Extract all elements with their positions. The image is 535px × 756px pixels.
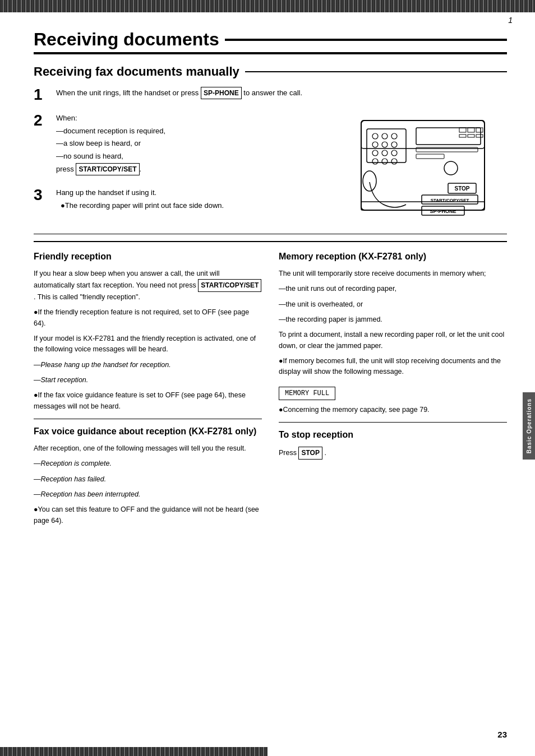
memory-reception-bullet: ●If memory becomes full, the unit will s… xyxy=(279,356,507,378)
svg-rect-15 xyxy=(416,128,481,145)
fax-illustration: STOP START/COPY/SET SP-PHONE xyxy=(339,87,507,227)
step-3-number: 3 xyxy=(34,187,49,203)
svg-rect-20 xyxy=(468,134,474,137)
bottom-columns: Friendly reception If you hear a slow be… xyxy=(34,241,507,531)
friendly-reception-dash1: —Please hang up the handset for receptio… xyxy=(34,360,262,370)
top-decorative-bar xyxy=(0,0,535,12)
step-3-content: Hang up the handset if using it. ●The re… xyxy=(56,187,328,212)
svg-point-3 xyxy=(372,133,378,139)
step-1-text2: to answer the call. xyxy=(243,89,302,97)
friendly-reception-title: Friendly reception xyxy=(34,251,262,263)
svg-point-6 xyxy=(372,142,378,147)
stop-reception-text: Press STOP . xyxy=(279,447,507,460)
memory-reception-dash2: —the unit is overheated, or xyxy=(279,299,507,310)
step-3-bullet: ●The recording paper will print out face… xyxy=(61,200,328,211)
step-1-content: When the unit rings, lift the handset or… xyxy=(56,87,328,99)
step-2-content: When: —document reception is required, —… xyxy=(56,113,328,177)
fax-voice-dash1: —Reception is complete. xyxy=(34,458,262,469)
svg-text:SP-PHONE: SP-PHONE xyxy=(430,208,456,214)
friendly-reception-bullet1: ●If the friendly reception feature is no… xyxy=(34,307,262,329)
memory-reception-dash1: —the unit runs out of recording paper, xyxy=(279,284,507,294)
main-content: Receiving documents Receiving fax docume… xyxy=(0,12,535,548)
side-tab: Basic Operations xyxy=(523,392,535,460)
svg-point-7 xyxy=(382,142,388,147)
svg-text:START/COPY/SET: START/COPY/SET xyxy=(431,198,469,203)
step-2: 2 When: —document reception is required,… xyxy=(34,113,328,177)
memory-reception-note: ●Concerning the memory capacity, see pag… xyxy=(279,405,507,415)
memory-reception-body1: The unit will temporarily store receive … xyxy=(279,268,507,279)
svg-rect-19 xyxy=(459,134,466,137)
svg-point-24 xyxy=(444,161,458,175)
step-3-text: Hang up the handset if using it. xyxy=(56,187,328,198)
step-2-line1: —document reception is required, xyxy=(56,126,328,137)
step-3: 3 Hang up the handset if using it. ●The … xyxy=(34,187,328,212)
steps-section: 1 When the unit rings, lift the handset … xyxy=(34,87,507,227)
key-start-copy-set-step2: START/COPY/SET xyxy=(76,163,139,175)
step-2-when: When: xyxy=(56,113,328,124)
steps-left: 1 When the unit rings, lift the handset … xyxy=(34,87,328,227)
step-1-text: When the unit rings, lift the handset or… xyxy=(56,89,199,97)
svg-rect-18 xyxy=(476,128,483,132)
fax-voice-body: After reception, one of the following me… xyxy=(34,443,262,454)
svg-rect-22 xyxy=(416,147,478,152)
step-2-press: press START/COPY/SET. xyxy=(56,163,328,175)
divider-left xyxy=(34,419,262,419)
fax-voice-dash3: —Reception has been interrupted. xyxy=(34,489,262,500)
svg-rect-23 xyxy=(416,154,444,159)
page-number-bottom: 23 xyxy=(497,730,507,739)
svg-rect-16 xyxy=(459,128,466,132)
fax-voice-bullet: ●You can set this feature to OFF and the… xyxy=(34,504,262,526)
svg-point-25 xyxy=(363,171,376,191)
svg-rect-17 xyxy=(468,128,474,132)
memory-reception-body2: To print a document, install a new recor… xyxy=(279,330,507,351)
memory-full-box: MEMORY FULL xyxy=(279,382,507,405)
divider-main xyxy=(34,234,507,234)
side-tab-label: Basic Operations xyxy=(526,398,532,453)
svg-point-8 xyxy=(391,142,397,147)
svg-rect-0 xyxy=(361,120,485,210)
fax-voice-title: Fax voice guidance about reception (KX-F… xyxy=(34,426,262,438)
page-title: Receiving documents xyxy=(34,29,507,54)
memory-reception-dash3: —the recording paper is jammed. xyxy=(279,314,507,325)
friendly-reception-dash2: —Start reception. xyxy=(34,375,262,386)
step-1: 1 When the unit rings, lift the handset … xyxy=(34,87,328,103)
svg-point-13 xyxy=(382,159,388,164)
page-container: 1 Basic Operations Receiving documents R… xyxy=(0,0,535,756)
svg-rect-21 xyxy=(476,134,483,137)
svg-point-12 xyxy=(372,159,378,164)
svg-text:STOP: STOP xyxy=(454,185,469,192)
step-2-line3: —no sound is heard, xyxy=(56,151,328,162)
page-number-top: 1 xyxy=(508,16,513,25)
svg-point-5 xyxy=(391,133,397,139)
key-stop: STOP xyxy=(298,447,322,460)
section-manual-title: Receiving fax documents manually xyxy=(34,64,507,79)
step-2-number: 2 xyxy=(34,113,49,128)
friendly-reception-bullet2: ●If the fax voice guidance feature is se… xyxy=(34,390,262,412)
step-2-line2: —a slow beep is heard, or xyxy=(56,138,328,149)
fax-voice-dash2: —Reception has failed. xyxy=(34,474,262,485)
bottom-decorative-bar xyxy=(0,747,268,756)
svg-point-10 xyxy=(382,150,388,156)
col-left: Friendly reception If you hear a slow be… xyxy=(34,251,262,531)
key-start-copy-set-friendly: START/COPY/SET xyxy=(198,279,261,292)
memory-reception-title: Memory reception (KX-F2781 only) xyxy=(279,251,507,263)
divider-right xyxy=(279,422,507,423)
svg-point-9 xyxy=(372,150,378,156)
col-right: Memory reception (KX-F2781 only) The uni… xyxy=(279,251,507,531)
svg-point-4 xyxy=(382,133,388,139)
key-sp-phone-step1: SP-PHONE xyxy=(201,87,242,99)
svg-point-14 xyxy=(391,159,397,164)
stop-reception-title: To stop reception xyxy=(279,429,507,441)
step-1-number: 1 xyxy=(34,87,49,103)
friendly-reception-body2: If your model is KX-F2781 and the friend… xyxy=(34,333,262,355)
memory-full-label: MEMORY FULL xyxy=(279,387,335,400)
svg-point-11 xyxy=(391,150,397,156)
friendly-reception-body1: If you hear a slow beep when you answer … xyxy=(34,268,262,303)
